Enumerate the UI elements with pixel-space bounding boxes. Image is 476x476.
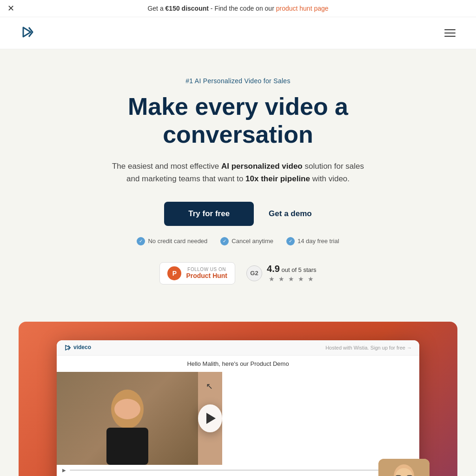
trust-item-2: ✓ Cancel anytime [220, 237, 273, 245]
g2-badge: G2 4.9 out of 5 stars ★ ★ ★ ★ ★ [246, 264, 317, 283]
play-icon [206, 413, 216, 424]
avatar-float [378, 459, 430, 476]
product-hunt-icon: P [167, 266, 181, 280]
video-title: Hello Malith, here's our Product Demo [57, 356, 419, 372]
close-button[interactable]: ✕ [7, 4, 14, 13]
hero-title: Make every video a conversation [52, 93, 424, 149]
navbar [0, 17, 476, 49]
hero-tag: #1 AI Personalized Video for Sales [9, 77, 467, 85]
svg-point-1 [114, 399, 140, 419]
hamburger-line-1 [444, 29, 456, 30]
video-thumbnail[interactable]: ↖ [57, 372, 222, 465]
video-hosted-text: Hosted with Wistia. Sign up for free → [325, 345, 412, 350]
hamburger-line-3 [444, 36, 456, 37]
hero-subtitle: The easiest and most effective AI person… [108, 160, 368, 185]
hamburger-menu[interactable] [443, 27, 457, 39]
video-logo: videco [64, 344, 91, 351]
play-pause-icon[interactable]: ▶ [62, 468, 66, 473]
progress-bar[interactable] [70, 469, 401, 471]
social-proof-row: P FOLLOW US ON Product Hunt G2 4.9 out o… [9, 262, 467, 284]
get-demo-button[interactable]: Get a demo [269, 209, 312, 218]
check-icon-3: ✓ [286, 237, 295, 245]
announcement-text: Get a €150 discount - Find the code on o… [147, 5, 328, 12]
cursor-icon: ↖ [206, 381, 213, 391]
announcement-bar: ✕ Get a €150 discount - Find the code on… [0, 0, 476, 17]
g2-rating: 4.9 out of 5 stars ★ ★ ★ ★ ★ [267, 264, 317, 283]
hamburger-line-2 [444, 33, 456, 33]
product-hunt-text: FOLLOW US ON Product Hunt [186, 267, 227, 279]
trust-item-3: ✓ 14 day free trial [286, 237, 339, 245]
trust-item-1: ✓ No credit card needed [137, 237, 207, 245]
video-controls: ▶ 0:00 [57, 465, 419, 476]
video-player: videco Hosted with Wistia. Sign up for f… [57, 340, 419, 476]
video-bg [57, 372, 198, 465]
product-hunt-badge[interactable]: P FOLLOW US ON Product Hunt [159, 262, 235, 284]
logo[interactable] [19, 24, 35, 42]
trust-row: ✓ No credit card needed ✓ Cancel anytime… [9, 237, 467, 245]
check-icon-2: ✓ [220, 237, 229, 245]
hero-section: #1 AI Personalized Video for Sales Make … [0, 49, 476, 322]
video-section: videco Hosted with Wistia. Sign up for f… [19, 322, 457, 476]
cta-row: Try for free Get a demo [9, 202, 467, 226]
video-header: videco Hosted with Wistia. Sign up for f… [57, 340, 419, 356]
check-icon-1: ✓ [137, 237, 145, 245]
g2-icon: G2 [246, 265, 262, 281]
product-hunt-link[interactable]: product hunt page [276, 5, 329, 12]
play-button[interactable] [198, 404, 222, 432]
avatar-person [378, 459, 430, 476]
try-for-free-button[interactable]: Try for free [164, 202, 254, 226]
